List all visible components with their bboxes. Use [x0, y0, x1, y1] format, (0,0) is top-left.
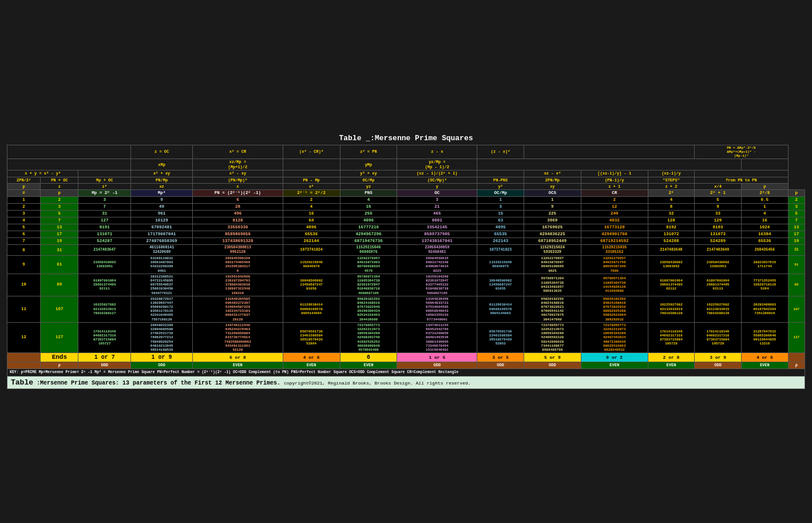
data-row-5: 5 13 8191 67092481 33550336 4096 1677721…: [7, 224, 805, 231]
main-table: z = OC x² = CR (x² - CR)² z² = PN z - x …: [7, 145, 805, 389]
data-row-12: 12 127 170141183460469231731687303715884…: [7, 322, 805, 352]
outer-container: Table _:Mersenne Prime Squares z = OC x²…: [7, 134, 805, 389]
header-row-1: z = OC x² = CR (x² - CR)² z² = PN z - x …: [7, 145, 805, 159]
header-row-4: 2PN/2ᵖ PN + OC Mp + OC PN/Mp (PN/Mp)² PN…: [7, 177, 805, 183]
data-row-3: 3 5 31 961 496 16 256 465 15 225 240 32 …: [7, 211, 805, 217]
key-row: KEY: p=PRIME Mp=Mersenne Prime= 2ᵖ -1 Mp…: [7, 369, 805, 376]
header-row-3: x + y = x² - y² x² + xy x² - xy y² + xy …: [7, 171, 805, 177]
footer-label: Table: [11, 378, 33, 387]
col-headers: # p Mp = 2ᵖ -1 Mp² PN = (2ᵖ⁻¹)(2ᵖ -1) 2ᵖ…: [7, 190, 805, 197]
header-row-2: xMp xz/Mp =(Mp+1)/2 yMp yz/Mp =(Mp - 1)/…: [7, 159, 805, 171]
footer-text: :Mersenne Prime Squares: 13 parameters o…: [37, 380, 280, 386]
footer-copyright: copyright©2021, Reginald Brooks, Brooks …: [284, 381, 470, 386]
data-row-9: 9 61 2305843009213693951 531691198313966…: [7, 256, 805, 274]
data-row-11: 11 107 162259276829213363391578010288127…: [7, 296, 805, 322]
data-row-2: 2 3 7 49 28 4 16 21 3 9 12 8 9 1 3: [7, 204, 805, 211]
data-row-6: 6 17 131071 17179607041 8589869056 65536…: [7, 231, 805, 238]
header-row-5: p z z² xz x x² yz y y² xy z + 1 z + 2 x/…: [7, 184, 805, 190]
data-row-7: 7 19 524287 274876858369 137438691328 26…: [7, 238, 805, 245]
data-row-4: 4 7 127 16129 8128 64 4096 8001 63 3969 …: [7, 217, 805, 224]
table-title: Table _:Mersenne Prime Squares: [7, 134, 805, 142]
p-bottom-row: ρ ODD ODD EVEN EVEN EVEN ODD ODD ODD EVE…: [7, 362, 805, 369]
data-row-8: 8 31 2147483647 4611686014132420609 2305…: [7, 245, 805, 256]
data-row-10: 10 89 618970019642960137449562111 383123…: [7, 274, 805, 296]
data-row-1: 1 2 3 9 6 2 4 3 1 1 2 4 5 0.5 2: [7, 197, 805, 204]
ends-row: Ends 1 or 7 1 or 9 6 or 8 4 or 6 6 1 or …: [7, 353, 805, 362]
footer-row: Table :Mersenne Prime Squares: 13 parame…: [7, 376, 805, 389]
